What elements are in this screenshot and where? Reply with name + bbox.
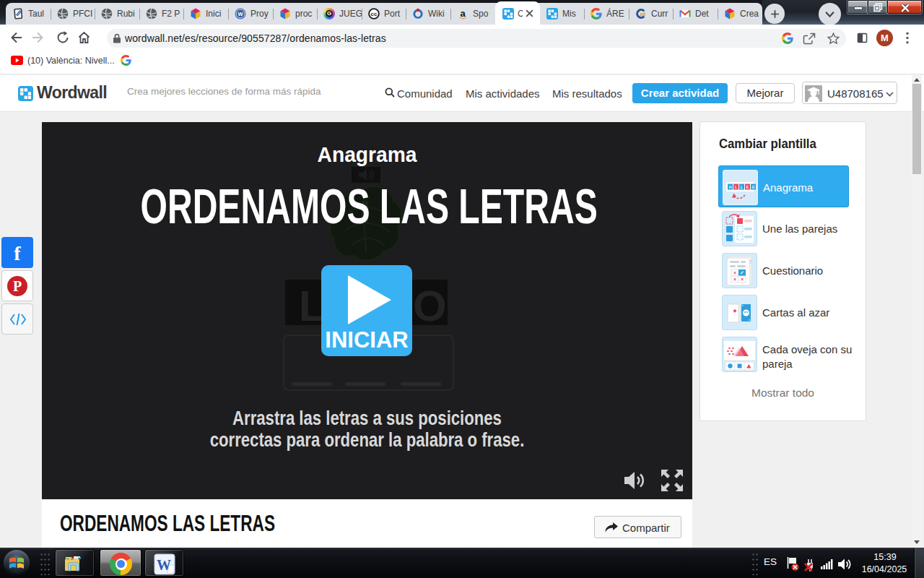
svg-text:×: × bbox=[741, 277, 744, 282]
svg-text:H: H bbox=[729, 185, 732, 189]
svg-text:×: × bbox=[733, 277, 736, 282]
svg-text:×: × bbox=[733, 270, 736, 275]
svg-text:L: L bbox=[741, 185, 743, 189]
svg-text:L: L bbox=[735, 185, 737, 189]
svg-text:a: a bbox=[460, 8, 466, 19]
svg-text:ed: ed bbox=[640, 12, 645, 17]
svg-text:W: W bbox=[157, 557, 171, 573]
svg-text:cc: cc bbox=[371, 11, 378, 17]
svg-text:O: O bbox=[752, 185, 755, 189]
svg-text:?: ? bbox=[749, 259, 752, 265]
svg-text:✓: ✓ bbox=[740, 270, 744, 275]
svg-text:W: W bbox=[237, 11, 243, 17]
